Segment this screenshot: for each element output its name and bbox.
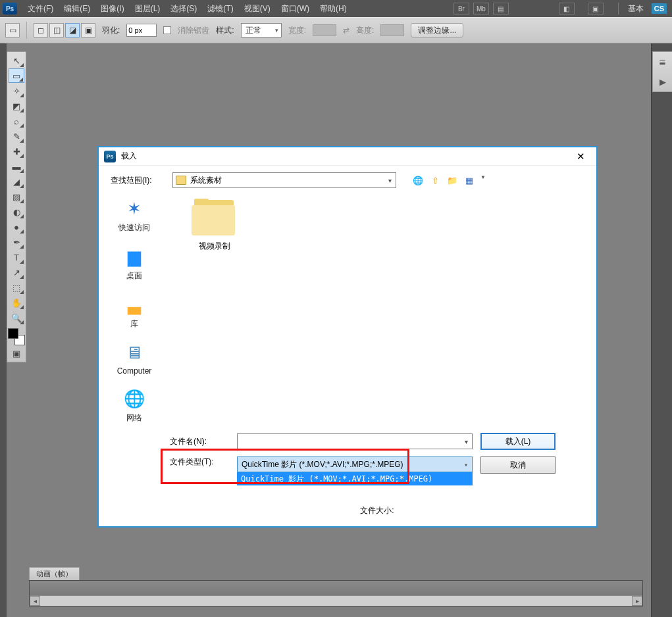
color-swatches[interactable]: [8, 328, 25, 345]
filetype-label: 文件类型(T):: [170, 457, 229, 468]
subtract-selection-icon[interactable]: ◪: [65, 23, 80, 37]
place-network-label: 网络: [126, 412, 142, 424]
folder-item[interactable]: 视频录制: [186, 199, 244, 252]
new-folder-icon[interactable]: 📁: [446, 174, 458, 186]
place-computer-label: Computer: [117, 366, 152, 376]
zoom-dropdown[interactable]: 100%: [522, 5, 546, 12]
refine-edge-button[interactable]: 调整边缘...: [411, 23, 463, 37]
style-label: 样式:: [216, 25, 234, 36]
tool-12[interactable]: ✒: [9, 235, 24, 249]
width-input: [313, 24, 336, 36]
menu-5[interactable]: 滤镜(T): [202, 0, 238, 17]
menu-1[interactable]: 编辑(E): [59, 0, 95, 17]
width-label: 宽度:: [288, 25, 306, 36]
folder-item-label: 视频录制: [199, 241, 230, 252]
arrangement-icon[interactable]: ◧: [559, 3, 575, 14]
filmstrip-icon[interactable]: ▤: [493, 3, 509, 14]
antialias-label: 消除锯齿: [178, 25, 209, 36]
place-computer-icon: 🖥: [121, 341, 147, 364]
view-icon[interactable]: ▦: [463, 174, 475, 186]
place-computer[interactable]: 🖥Computer: [99, 339, 170, 378]
folder-icon: [176, 176, 186, 185]
tool-11[interactable]: ●: [9, 220, 24, 234]
place-desktop-label: 桌面: [126, 270, 142, 282]
menu-4[interactable]: 选择(S): [165, 0, 202, 17]
tool-6[interactable]: ✚: [9, 144, 24, 159]
back-icon[interactable]: 🌐: [412, 174, 424, 186]
tool-0[interactable]: ↖: [9, 53, 24, 68]
load-dialog: Ps 载入 ✕ 查找范围(I): 系统素材 🌐⇧📁▦▼ ✶快速访问▆桌面▃库🖥C…: [97, 146, 598, 528]
screenmode-icon[interactable]: ▣: [588, 3, 604, 14]
tool-2[interactable]: ✧: [9, 84, 24, 98]
close-icon[interactable]: ✕: [570, 149, 591, 164]
place-libraries-icon: ▃: [121, 293, 147, 316]
tool-9[interactable]: ▨: [9, 189, 24, 204]
menu-0[interactable]: 文件(F): [22, 0, 59, 17]
workspace: ≣ ▶ ↖▭✧◩⌕✎✚▬◢▨◐●✒T↗⬚✋🔍▣ 动画（帧） ◂ ▸ Ps 载入 …: [0, 43, 672, 617]
menu-3[interactable]: 图层(L): [130, 0, 166, 17]
tool-16[interactable]: ✋: [9, 295, 24, 310]
lookin-combo[interactable]: 系统素材: [172, 172, 396, 188]
height-label: 高度:: [356, 25, 374, 36]
menu-2[interactable]: 图像(I): [95, 0, 129, 17]
toolbox: ↖▭✧◩⌕✎✚▬◢▨◐●✒T↗⬚✋🔍▣: [7, 51, 26, 362]
place-quick[interactable]: ✶快速访问: [99, 195, 170, 236]
tool-15[interactable]: ⬚: [9, 280, 24, 295]
tool-7[interactable]: ▬: [9, 159, 24, 174]
left-dock-ribbon: [0, 43, 7, 617]
place-network[interactable]: 🌐网络: [99, 385, 170, 426]
app-menubar: Ps 文件(F)编辑(E)图像(I)图层(L)选择(S)滤镜(T)视图(V)窗口…: [0, 0, 672, 17]
right-panel-strip: ≣ ▶: [652, 51, 672, 92]
feather-input[interactable]: [126, 24, 157, 37]
br-button[interactable]: Br: [453, 3, 469, 14]
style-select[interactable]: 正常: [241, 23, 282, 37]
up-icon[interactable]: ⇧: [429, 174, 441, 186]
menu-8[interactable]: 帮助(H): [315, 0, 352, 17]
place-libraries-label: 库: [130, 318, 138, 330]
tool-preset-icon[interactable]: ▭: [5, 23, 20, 37]
right-dock-ribbon: ≣ ▶: [651, 43, 672, 617]
file-list[interactable]: 视频录制: [170, 191, 596, 428]
tool-10[interactable]: ◐: [9, 205, 24, 219]
scroll-left-icon[interactable]: ◂: [30, 596, 40, 606]
animation-tab[interactable]: 动画（帧）: [29, 567, 80, 580]
filetype-combo[interactable]: QuickTime 影片 (*.MOV;*.AVI;*.MPG;*.MPEG): [237, 457, 473, 472]
new-selection-icon[interactable]: ◻: [34, 23, 48, 37]
quickmask-icon[interactable]: ▣: [9, 346, 24, 360]
options-bar: ▭ ◻ ◫ ◪ ▣ 羽化: 消除锯齿 样式: 正常 宽度: ⇄ 高度: 调整边缘…: [0, 17, 672, 43]
filetype-selected: QuickTime 影片 (*.MOV;*.AVI;*.MPG;*.MPEG): [242, 459, 403, 470]
ps-logo: Ps: [3, 3, 17, 14]
tool-17[interactable]: 🔍: [9, 310, 24, 325]
tool-4[interactable]: ⌕: [9, 114, 24, 128]
panel-icon-2[interactable]: ▶: [656, 76, 669, 87]
tool-8[interactable]: ◢: [9, 174, 24, 189]
scroll-right-icon[interactable]: ▸: [632, 596, 642, 606]
chevron-down-icon[interactable]: ▼: [480, 174, 486, 186]
workspace-basic[interactable]: 基本: [624, 3, 648, 14]
tool-1[interactable]: ▭: [9, 68, 24, 83]
folder-large-icon: [192, 199, 238, 235]
cancel-button[interactable]: 取消: [480, 457, 556, 474]
place-desktop[interactable]: ▆桌面: [99, 243, 170, 284]
filetype-option[interactable]: QuickTime 影片 (*.MOV;*.AVI;*.MPG;*.MPEG): [237, 472, 473, 485]
dialog-ps-icon: Ps: [104, 151, 116, 162]
menu-7[interactable]: 窗口(W): [276, 0, 315, 17]
load-button[interactable]: 载入(L): [480, 433, 556, 450]
workspace-cs[interactable]: CS: [652, 3, 667, 14]
tool-14[interactable]: ↗: [9, 265, 24, 280]
place-quick-icon: ✶: [121, 197, 147, 220]
add-selection-icon[interactable]: ◫: [49, 23, 64, 37]
intersect-selection-icon[interactable]: ▣: [81, 23, 95, 37]
tool-5[interactable]: ✎: [9, 129, 24, 143]
tool-3[interactable]: ◩: [9, 99, 24, 113]
scroll-track[interactable]: [40, 596, 632, 606]
place-libraries[interactable]: ▃库: [99, 291, 170, 332]
mb-button[interactable]: Mb: [473, 3, 489, 14]
panel-icon-1[interactable]: ≣: [656, 56, 669, 68]
tool-13[interactable]: T: [9, 250, 24, 264]
animation-panel: 动画（帧） ◂ ▸: [29, 567, 643, 606]
feather-label: 羽化:: [102, 25, 120, 36]
swap-wh-icon: ⇄: [343, 26, 349, 35]
menu-6[interactable]: 视图(V): [239, 0, 276, 17]
filename-combo[interactable]: [237, 433, 473, 449]
